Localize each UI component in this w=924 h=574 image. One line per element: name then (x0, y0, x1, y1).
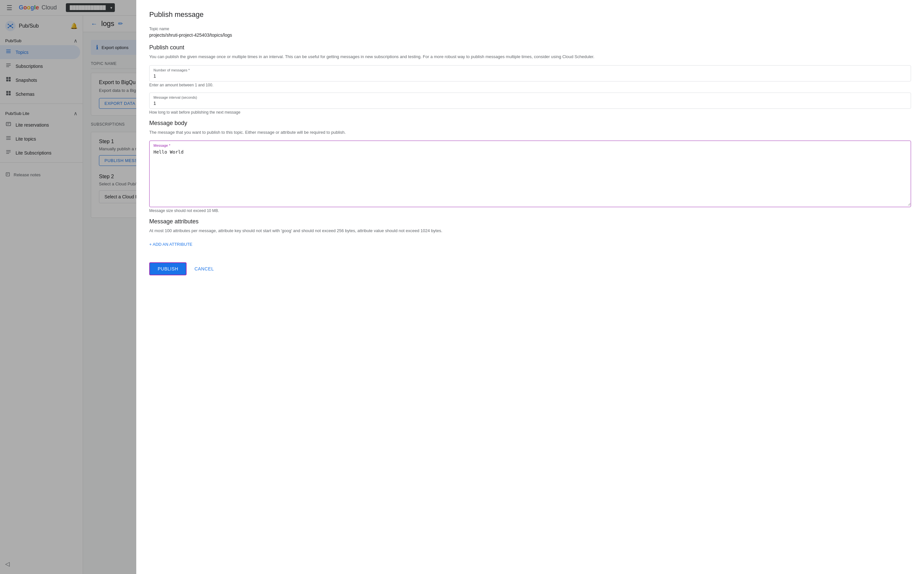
num-messages-input[interactable] (149, 66, 911, 81)
interval-hint: How long to wait before publishing the n… (149, 110, 911, 115)
message-body-description: The message that you want to publish to … (149, 129, 911, 136)
message-label: Message * (154, 144, 170, 147)
num-messages-label: Number of messages * (154, 68, 190, 72)
publish-button[interactable]: PUBLISH (149, 262, 187, 275)
num-messages-field: Number of messages * Enter an amount bet… (149, 65, 911, 87)
topic-name-value: projects/shruti-project-425403/topics/lo… (149, 33, 911, 38)
message-attributes-heading: Message attributes (149, 218, 911, 225)
publish-count-heading: Publish count (149, 44, 911, 51)
cancel-button[interactable]: CANCEL (192, 263, 217, 275)
message-attributes-section: Message attributes At most 100 attribute… (149, 218, 911, 249)
num-messages-hint: Enter an amount between 1 and 100. (149, 83, 911, 87)
publish-count-description: You can publish the given message once o… (149, 54, 911, 60)
num-messages-input-wrap: Number of messages * (149, 65, 911, 82)
message-textarea[interactable]: Hello World (149, 141, 911, 206)
panel-title: Publish message (149, 10, 911, 19)
add-attribute-button[interactable]: + ADD AN ATTRIBUTE (149, 239, 192, 249)
panel-actions: PUBLISH CANCEL (149, 257, 911, 275)
topic-name-label: Topic name (149, 27, 911, 31)
message-field: Message * Hello World Message size shoul… (149, 140, 911, 213)
interval-input[interactable] (149, 93, 911, 109)
message-textarea-wrap: Message * Hello World (149, 140, 911, 207)
message-body-heading: Message body (149, 120, 911, 127)
message-body-section: Message body The message that you want t… (149, 120, 911, 213)
interval-input-wrap: Message interval (seconds) (149, 93, 911, 109)
interval-label: Message interval (seconds) (154, 95, 197, 99)
topic-name-section: Topic name projects/shruti-project-42540… (149, 27, 911, 38)
publish-count-section: Publish count You can publish the given … (149, 44, 911, 115)
interval-field: Message interval (seconds) How long to w… (149, 93, 911, 115)
message-attributes-description: At most 100 attributes per message, attr… (149, 227, 911, 234)
message-hint: Message size should not exceed 10 MB. (149, 208, 911, 213)
publish-message-panel: Publish message Topic name projects/shru… (136, 0, 924, 574)
